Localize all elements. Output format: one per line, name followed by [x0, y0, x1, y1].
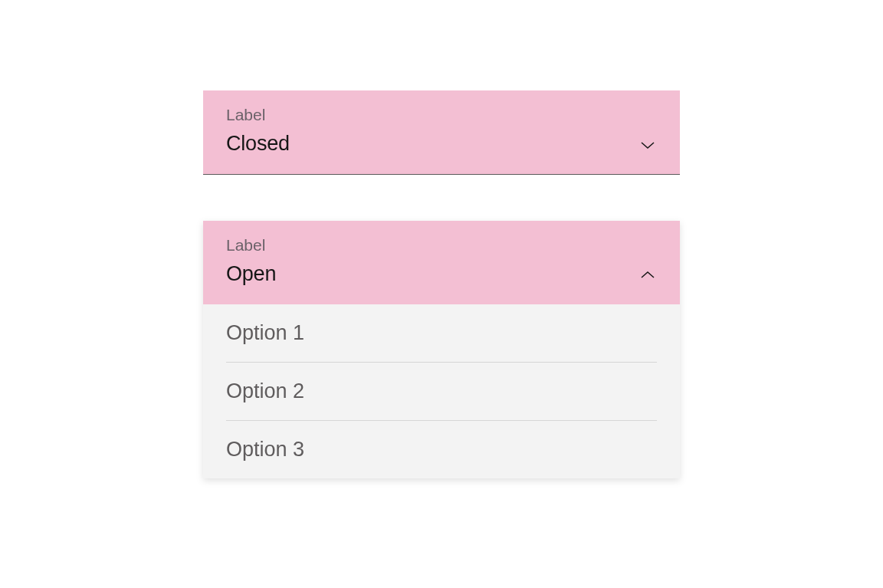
dropdown-option-2[interactable]: Option 2: [226, 363, 657, 421]
dropdown-closed-header[interactable]: Label Closed: [203, 90, 680, 174]
chevron-down-icon: [638, 136, 657, 154]
chevron-up-icon: [638, 266, 657, 284]
dropdown-open-text-group: Label Open: [226, 236, 276, 286]
dropdown-closed[interactable]: Label Closed: [203, 90, 680, 175]
dropdown-open-header[interactable]: Label Open: [203, 221, 680, 304]
dropdown-closed-label: Label: [226, 106, 290, 124]
dropdown-open-value: Open: [226, 262, 276, 286]
dropdown-open-wrapper: Label Open Option 1 Option 2 Option 3: [203, 221, 680, 478]
dropdown-option-3[interactable]: Option 3: [226, 421, 657, 478]
dropdown-open[interactable]: Label Open: [203, 221, 680, 304]
dropdown-options-list: Option 1 Option 2 Option 3: [203, 304, 680, 478]
dropdown-option-1[interactable]: Option 1: [226, 304, 657, 363]
dropdown-closed-value: Closed: [226, 132, 290, 156]
dropdown-open-label: Label: [226, 236, 276, 255]
dropdown-closed-text-group: Label Closed: [226, 106, 290, 156]
